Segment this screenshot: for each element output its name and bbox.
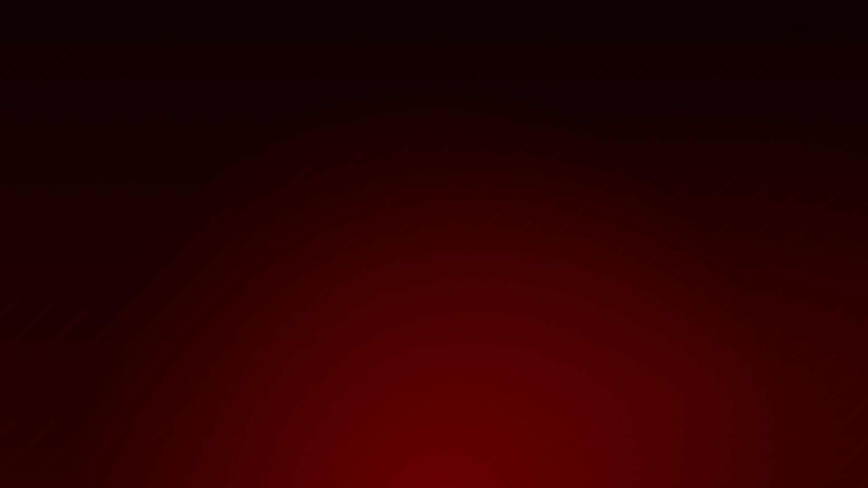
ezmode-icon: → xyxy=(784,472,794,482)
toolbar-search[interactable]: ? Search xyxy=(537,10,576,25)
toolbar-memtest[interactable]: ⊟ MemTest86 xyxy=(679,10,734,26)
toolbar-english-label: English xyxy=(329,14,350,22)
min-length-value: 3 xyxy=(567,181,703,189)
pcore-lh-label: P-Core Light/Heavy xyxy=(797,235,860,241)
hw-sp-value: 75 xyxy=(727,220,790,230)
user-password-value: Not Installed xyxy=(567,233,703,240)
fan-icon: ♻ xyxy=(420,13,427,23)
hw-frequency-label: Frequency xyxy=(727,105,790,113)
back-button[interactable]: ← xyxy=(9,66,17,75)
nav-extreme[interactable]: Extreme Tweaker xyxy=(115,36,203,59)
hotkeys-button[interactable]: Hot Keys ? xyxy=(805,466,868,488)
nav-exit[interactable]: Exit xyxy=(400,36,439,59)
hw-core-voltage-label: Core Voltage xyxy=(797,127,860,134)
breadcrumb-bar: ← Main\Security xyxy=(0,60,719,81)
info-button[interactable]: i xyxy=(16,329,33,345)
bottom-right: Last Modified EzMode(F7) → Hot Keys ? xyxy=(669,466,868,488)
date-line1: 11/03/2023 xyxy=(218,4,245,10)
hw-dram-freq-value: 4800 MHz xyxy=(797,155,860,164)
hw-bclk-label: BCLK xyxy=(727,127,790,134)
hw-capacity-value: 32768 MB xyxy=(797,175,860,185)
toolbar-myfavorite[interactable]: ☆ MyFavorite xyxy=(358,10,412,26)
hw-dram-freq-label: DRAM Freq. xyxy=(797,147,860,155)
svg-point-2 xyxy=(17,15,23,21)
ecore-lh-col: E-Core Light/Heavy 4690/4389 xyxy=(797,259,860,279)
monitor-icon xyxy=(727,66,738,77)
nav-bar: My Favorites Main Extreme Tweaker Advanc… xyxy=(0,36,868,60)
hw-capacity: Capacity 32768 MB xyxy=(797,169,860,185)
min-length-label: Minimum length xyxy=(16,181,567,189)
admin-password-label: Administrator Password xyxy=(16,216,567,223)
hw-ratio: Ratio 55x xyxy=(727,147,790,164)
ecore-lh-value: 4690/4389 xyxy=(797,266,860,273)
bottom-left: Version 2.22.1286 Copyright (C) 2023 AMI xyxy=(0,474,669,480)
hw-ratio-label: Ratio xyxy=(727,147,790,155)
hw-frequency: Frequency 5500 MHz xyxy=(727,105,790,122)
hw-monitor-header: Hardware Monitor xyxy=(719,60,868,84)
hw-mc-volt: MC Volt. 1.101 V xyxy=(727,169,790,185)
nav-boot[interactable]: Boot xyxy=(317,36,359,59)
hw-monitor-title: Hardware Monitor xyxy=(743,67,816,76)
last-modified-label: Last Modified xyxy=(680,473,721,481)
ecore-v-col: E-Core V for 4300MHz 1.197/1.218 xyxy=(727,259,790,279)
toolbar-aura-label: AURA xyxy=(594,14,612,22)
toolbar-resizebar[interactable]: ⊞ ReSize BAR xyxy=(620,10,678,26)
row-user-password-action[interactable]: User Password xyxy=(16,265,703,284)
row-min-length: Minimum length 3 xyxy=(16,177,703,194)
hw-bclk-value: 100.00 MHz xyxy=(727,133,790,143)
prediction-title: Prediction xyxy=(727,199,860,206)
hotkeys-label: Hot Keys xyxy=(816,473,844,481)
nav-favorites[interactable]: My Favorites xyxy=(0,36,72,59)
toolbar-icons: 🌐 English ☆ MyFavorite ♻ Qfan Control 🌐 … xyxy=(310,10,859,26)
hw-ratio-value: 55x xyxy=(727,155,790,164)
ecore-lh-label: E-Core Light/Heavy xyxy=(797,259,860,266)
prediction-section: Prediction SP 75 Cooler 211 pts xyxy=(727,199,860,304)
hw-sp: SP 75 xyxy=(727,213,790,230)
cache-v-label: Cache V for xyxy=(727,284,790,291)
date-line2: Friday xyxy=(218,11,233,17)
pcore-v-value: 1.226/1.347 xyxy=(727,248,790,255)
ezmode-button[interactable]: EzMode(F7) → xyxy=(732,466,805,488)
pcore-v-label: P-Core V for xyxy=(727,235,790,241)
cache-v-value: 1.362 V @L4 xyxy=(727,297,790,304)
globe-icon: 🌐 xyxy=(316,13,326,23)
breadcrumb: Main\Security xyxy=(22,66,78,75)
hw-core-voltage-value: 1.332 V xyxy=(797,133,860,143)
desc-text-4: The password length must be in the follo… xyxy=(16,155,703,166)
pcore-v-freq: 5600MHz xyxy=(727,241,790,248)
hw-dram-freq: DRAM Freq. 4800 MHz xyxy=(797,147,860,164)
nav-tool[interactable]: Tool xyxy=(359,36,400,59)
admin-password-action-label: Administrator Password xyxy=(16,251,703,259)
user-password-label: User Password xyxy=(16,233,567,240)
prediction-grid: SP 75 Cooler 211 pts xyxy=(727,213,860,230)
center-panel: ← Main\Security Password Description If … xyxy=(0,60,719,465)
nav-advanced[interactable]: Advanced xyxy=(203,36,265,59)
ezmode-label: EzMode(F7) xyxy=(743,473,781,481)
last-modified-button[interactable]: Last Modified xyxy=(669,466,731,488)
toolbar-english[interactable]: 🌐 English xyxy=(310,10,356,26)
hw-content: CPU/Memory Frequency 5500 MHz Temperatur… xyxy=(719,84,868,465)
toolbar-qfan[interactable]: ♻ Qfan Control xyxy=(414,10,472,26)
pcore-lh-value: 6220/5892 xyxy=(797,241,860,248)
time-area: 21:14 ⚙ xyxy=(218,17,264,32)
row-admin-password-action[interactable]: Administrator Password xyxy=(16,245,703,265)
nav-main[interactable]: Main xyxy=(72,36,115,59)
toolbar-myfavorite-label: MyFavorite xyxy=(374,14,406,22)
toolbar-aioc[interactable]: 🌐 AI OC Guide xyxy=(474,10,535,26)
hw-cooler-label: Cooler xyxy=(797,213,860,220)
cache-lh-label: Heavy Cache xyxy=(797,284,860,291)
logo-area: UEFI BIOS Utility – Advanced Mode xyxy=(9,7,218,29)
admin-password-value: Not Installed xyxy=(567,216,703,223)
content-area: Password Description If ONLY the Adminis… xyxy=(0,81,719,465)
hw-cpu-memory-grid: Frequency 5500 MHz Temperature 24°C BCLK… xyxy=(727,105,860,185)
cache-v-col: Cache V for 5000MHz 1.362 V @L4 xyxy=(727,284,790,304)
settings-icon[interactable]: ⚙ xyxy=(258,20,264,28)
toolbar-aura[interactable]: ✦ AURA xyxy=(579,10,618,26)
hw-cooler-value: 211 pts xyxy=(797,220,860,230)
memtest-icon: ⊟ xyxy=(686,13,693,23)
cache-v-freq: 5000MHz xyxy=(727,291,790,297)
top-bar: UEFI BIOS Utility – Advanced Mode 11/03/… xyxy=(0,0,868,36)
cache-lh-col: Heavy Cache 5091 MHz xyxy=(797,284,860,304)
nav-monitor[interactable]: Monitor xyxy=(265,36,317,59)
main-area: ← Main\Security Password Description If … xyxy=(0,60,868,465)
